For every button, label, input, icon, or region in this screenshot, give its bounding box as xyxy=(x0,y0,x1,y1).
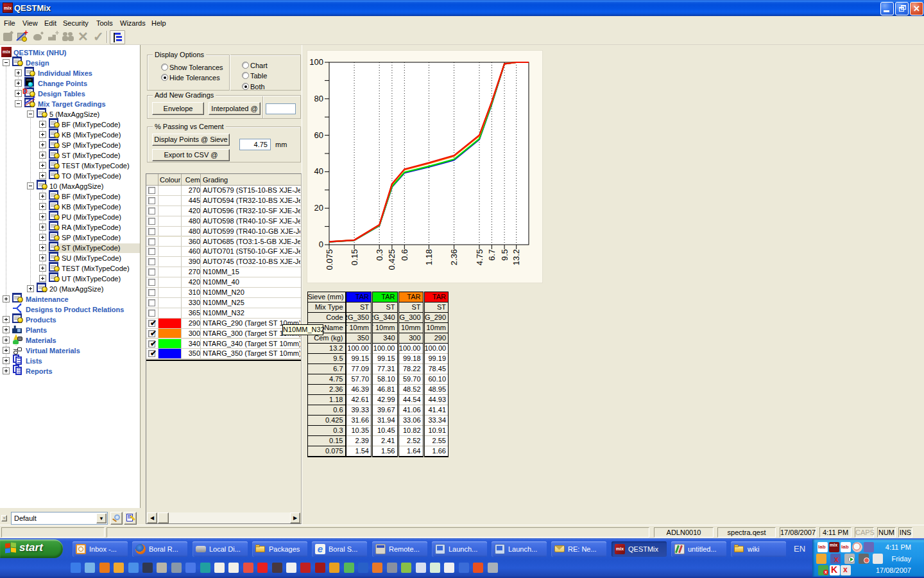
svg-text:13.2: 13.2 xyxy=(511,249,521,265)
svg-text:60: 60 xyxy=(314,130,323,140)
svg-text:0.425: 0.425 xyxy=(387,249,397,270)
svg-text:6.7: 6.7 xyxy=(487,249,497,261)
svg-text:0.6: 0.6 xyxy=(400,249,409,261)
svg-text:4.75: 4.75 xyxy=(475,249,484,265)
svg-text:80: 80 xyxy=(314,94,323,103)
svg-text:0.15: 0.15 xyxy=(350,249,359,265)
svg-text:40: 40 xyxy=(314,166,323,176)
svg-text:0.075: 0.075 xyxy=(325,249,334,270)
svg-text:2.36: 2.36 xyxy=(449,249,459,265)
svg-text:0.3: 0.3 xyxy=(375,249,384,261)
svg-text:0: 0 xyxy=(319,240,323,249)
svg-text:20: 20 xyxy=(314,203,323,213)
svg-text:100: 100 xyxy=(309,57,323,67)
svg-text:1.18: 1.18 xyxy=(424,249,434,265)
svg-text:9.5: 9.5 xyxy=(500,249,509,261)
